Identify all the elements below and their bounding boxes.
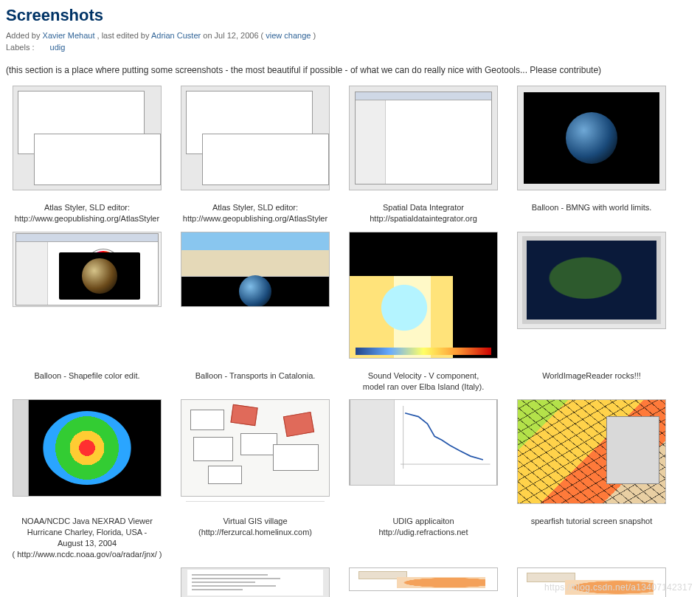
thumb-link-r3c2[interactable] <box>174 399 336 497</box>
thumb-link-r1c4[interactable] <box>510 86 673 190</box>
cell-r3c1 <box>6 399 168 508</box>
cell-r1c2 <box>174 86 336 195</box>
page-meta: Added by Xavier Mehaut , last edited by … <box>6 31 694 40</box>
cell-r2c1 <box>6 232 168 363</box>
meta-close: ) <box>313 31 316 40</box>
caption-r2c4-l1: WorldImageReader rocks!!! <box>513 370 670 382</box>
caption-r2c3-l2: model ran over Elba Island (Italy). <box>345 382 502 393</box>
caption-r3c4-l1: spearfish tutorial screen snapshot <box>513 516 670 527</box>
labels-row: Labels : udig <box>6 43 694 52</box>
meta-mid: , last edited by <box>97 31 151 40</box>
label-udig-link[interactable]: udig <box>50 43 66 52</box>
line-plot-icon <box>401 406 491 469</box>
cell-r4c1 <box>6 567 168 597</box>
author-link-1[interactable]: Xavier Mehaut <box>43 31 95 40</box>
thumb-link-r3c3[interactable] <box>342 399 505 486</box>
thumb-link-r3c4[interactable] <box>510 399 673 504</box>
caption-r3c2-l1: Virtual GIS village <box>177 516 333 527</box>
thumb-link-r1c1[interactable] <box>6 86 168 190</box>
thumb-link-r1c2[interactable] <box>174 86 336 190</box>
thumb-link-r4c3[interactable] <box>342 567 505 591</box>
colorbar-icon <box>356 348 491 355</box>
caption-r1c4: Balloon - BMNG with world limits. <box>510 202 673 224</box>
watermark-text: https://blog.csdn.net/a13407142317 <box>544 582 693 593</box>
caption-r2c2-l1: Balloon - Transports in Catalonia. <box>177 370 333 382</box>
caption-r3c4: spearfish tutorial screen snapshot <box>510 516 673 559</box>
caption-r1c2-l2: http://www.geopublishing.org/AtlasStyler <box>177 213 333 224</box>
author-link-2[interactable]: Adrian Custer <box>151 31 201 40</box>
caption-r3c3-l2: http://udig.refractions.net <box>345 527 502 538</box>
thumb-link-r2c2[interactable] <box>174 232 336 307</box>
caption-r2c1: Balloon - Shapefile color edit. <box>6 370 168 393</box>
caption-r1c2: Atlas Styler, SLD editor: http://www.geo… <box>174 202 336 224</box>
labels-key: Labels : <box>6 43 35 52</box>
view-change-link[interactable]: view change <box>266 31 311 40</box>
cell-r4c3 <box>342 567 505 597</box>
thumb-link-r2c4[interactable] <box>510 232 673 329</box>
caption-r3c3-l1: UDIG applicaiton <box>345 516 502 527</box>
thumb-link-r2c3[interactable] <box>342 232 505 359</box>
cell-r2c4 <box>510 232 673 363</box>
cell-r3c4 <box>510 399 673 508</box>
caption-r3c1-l4: ( http://www.ncdc.noaa.gov/oa/radar/jnx/… <box>9 549 165 560</box>
cell-r1c4 <box>510 86 673 195</box>
caption-r1c2-l1: Atlas Styler, SLD editor: <box>177 202 333 213</box>
cell-r1c3 <box>342 86 505 195</box>
caption-r1c3-l1: Spatial Data Integrator <box>345 202 502 213</box>
meta-date: on Jul 12, 2006 ( <box>203 31 263 40</box>
cell-r3c2 <box>174 399 336 508</box>
caption-r1c3-l2: http://spatialdataintegrator.org <box>345 213 502 224</box>
caption-r3c1-l1: NOAA/NCDC Java NEXRAD Viewer <box>9 516 165 527</box>
caption-r3c1-l2: Hurricane Charley, Florida, USA - <box>9 527 165 538</box>
caption-r3c2-l2: (http://ferzurcal.homelinux.com) <box>177 527 333 538</box>
cell-r2c2 <box>174 232 336 363</box>
thumb-link-r2c1[interactable] <box>6 232 168 307</box>
caption-r2c2: Balloon - Transports in Catalonia. <box>174 370 336 393</box>
intro-text: (this section is a place where putting s… <box>6 65 694 75</box>
caption-r2c4: WorldImageReader rocks!!! <box>510 370 673 393</box>
caption-r3c2: Virtual GIS village (http://ferzurcal.ho… <box>174 516 336 559</box>
caption-r1c1-l2: http://www.geopublishing.org/AtlasStyler <box>9 213 165 224</box>
cell-r4c2 <box>174 567 336 597</box>
caption-r2c1-l1: Balloon - Shapefile color edit. <box>9 370 165 382</box>
thumb-link-r1c3[interactable] <box>342 86 505 190</box>
screenshot-grid: Atlas Styler, SLD editor: http://www.geo… <box>6 86 694 597</box>
cell-r2c3 <box>342 232 505 363</box>
caption-r1c3: Spatial Data Integrator http://spatialda… <box>342 202 505 224</box>
caption-r1c1-l1: Atlas Styler, SLD editor: <box>9 202 165 213</box>
thumb-link-r4c2[interactable] <box>174 567 336 597</box>
caption-r3c1: NOAA/NCDC Java NEXRAD Viewer Hurricane C… <box>6 516 168 559</box>
caption-r1c1: Atlas Styler, SLD editor: http://www.geo… <box>6 202 168 224</box>
thumb-link-r3c1[interactable] <box>6 399 168 497</box>
cell-r3c3 <box>342 399 505 508</box>
cell-r1c1 <box>6 86 168 195</box>
divider <box>186 501 325 502</box>
page-title: Screenshots <box>6 6 694 25</box>
caption-r3c3: UDIG applicaiton http://udig.refractions… <box>342 516 505 559</box>
caption-r2c3: Sound Velocity - V component, model ran … <box>342 370 505 393</box>
caption-r3c1-l3: August 13, 2004 <box>9 538 165 549</box>
caption-r2c3-l1: Sound Velocity - V component, <box>345 370 502 382</box>
thumb-link-r4c1[interactable] <box>6 567 168 594</box>
meta-prefix: Added by <box>6 31 43 40</box>
caption-r1c4-l1: Balloon - BMNG with world limits. <box>513 202 670 213</box>
